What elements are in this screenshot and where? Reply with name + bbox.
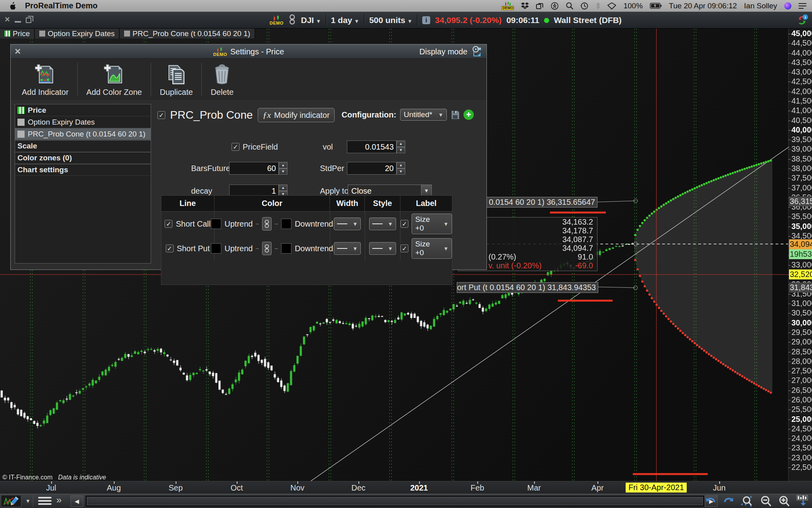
menu-icon[interactable] — [38, 497, 52, 505]
chart-toolbar: × DEMO DJI▼ 1 day▼ 500 units▼ i 34,095.2… — [0, 12, 812, 29]
add-indicator-icon — [34, 63, 57, 86]
short-put-style-dropdown[interactable]: ▼ — [369, 242, 396, 255]
y-axis-label: 37,000 — [791, 183, 812, 192]
sidebar-item-color-zones[interactable]: Color zones (0) — [15, 152, 151, 164]
x-axis-label: Oct — [230, 483, 243, 493]
app-title[interactable]: ProRealTime Demo — [25, 1, 98, 10]
y-axis-label: 35,000 — [791, 222, 812, 231]
short-put-downtrend-color[interactable] — [281, 243, 291, 254]
link-colors-icon[interactable] — [262, 217, 272, 231]
zoom-fit-icon[interactable] — [740, 495, 754, 508]
spotlight-search-icon[interactable] — [566, 2, 573, 10]
menubar-clock[interactable]: Tue 20 Apr 09:06:12 — [669, 2, 737, 10]
battery-icon[interactable] — [650, 2, 662, 10]
compress-bars-icon[interactable] — [796, 495, 810, 508]
short-put-width-dropdown[interactable]: ▼ — [334, 242, 361, 255]
vol-stepper[interactable]: ▲▼ — [396, 140, 405, 153]
drawing-tool-caret[interactable]: ▼ — [23, 495, 33, 507]
link-chart-icon[interactable] — [288, 13, 296, 27]
short-call-uptrend-color[interactable] — [211, 219, 221, 229]
y-axis-label: 25,000 — [791, 415, 812, 424]
barsfuture-stepper[interactable]: ▲▼ — [279, 162, 287, 175]
short-put-uptrend-color[interactable] — [211, 243, 221, 254]
y-axis-label: 38,000 — [791, 164, 812, 173]
duplicate-button[interactable]: Duplicate — [151, 59, 201, 100]
add-config-button[interactable]: + — [463, 110, 474, 120]
y-axis-label: 38,500 — [791, 154, 812, 164]
sidebar-item-prc-prob-cone[interactable]: PRC_Prob Cone (t 0.0154 60 20 1) — [15, 128, 151, 140]
short-call-label-checkbox[interactable]: ✓ — [400, 220, 408, 228]
timeframe-dropdown[interactable]: 1 day▼ — [331, 15, 360, 25]
y-axis-label: 30,500 — [791, 308, 812, 318]
barsfuture-input[interactable]: 60 — [229, 162, 279, 175]
minimize-window-icon[interactable] — [15, 21, 21, 23]
market-name: Wall Street (DFB) — [554, 15, 622, 25]
notification-center-icon[interactable] — [799, 2, 806, 10]
airdrop-diamond-icon[interactable] — [607, 2, 616, 10]
refresh-sync-icon[interactable]: i — [795, 13, 809, 29]
user-name[interactable]: Ian Solley — [744, 2, 777, 10]
configuration-dropdown[interactable]: Untitled*▼ — [400, 109, 447, 121]
vol-input[interactable]: 0.01543 — [347, 140, 396, 153]
add-color-zone-button[interactable]: Add Color Zone — [78, 59, 151, 100]
demo-candles-icon[interactable]: DEMO — [502, 2, 514, 10]
add-indicator-button[interactable]: Add Indicator — [13, 59, 77, 100]
display-mode-control[interactable]: Display mode — [419, 44, 483, 59]
short-put-checkbox[interactable]: ✓ — [166, 244, 174, 252]
short-put-label-checkbox[interactable]: ✓ — [400, 244, 408, 252]
bluetooth-icon[interactable] — [596, 2, 600, 10]
scroll-left-button[interactable]: ◀ — [71, 495, 83, 507]
units-dropdown[interactable]: 500 units▼ — [369, 15, 412, 25]
drawing-tool-button[interactable] — [1, 495, 21, 507]
x-axis-label: 2021 — [410, 483, 428, 493]
tab-option-expiry[interactable]: Option Expiry Dates — [35, 29, 120, 38]
accessibility-icon[interactable] — [551, 2, 559, 10]
close-window-icon[interactable]: × — [5, 15, 10, 24]
time-machine-icon[interactable] — [580, 2, 588, 10]
chart-scrollbar[interactable] — [86, 496, 704, 506]
undo-icon[interactable] — [705, 495, 717, 507]
short-call-checkbox[interactable]: ✓ — [165, 220, 172, 228]
delete-button[interactable]: Delete — [202, 59, 242, 100]
short-put-row: ✓Short Put Uptrend Downtrend ▼ ▼ ✓ Size … — [161, 236, 452, 261]
zoom-in-icon[interactable] — [778, 495, 791, 508]
short-put-level-label[interactable]: Short Put (t 0.0154 60 20 1) 31,843.9435… — [457, 282, 598, 293]
y-axis-label: 44,500 — [791, 38, 812, 48]
dropbox-icon[interactable] — [521, 2, 529, 10]
y-axis-label: 23,500 — [791, 443, 812, 452]
expand-tools-icon[interactable]: » — [56, 495, 61, 506]
pricefield-checkbox-row[interactable]: ✓PriceField — [232, 140, 278, 153]
short-call-style-dropdown[interactable]: ▼ — [369, 217, 396, 230]
siri-icon[interactable] — [784, 2, 791, 10]
sidebar-item-option-expiry[interactable]: Option Expiry Dates — [15, 116, 151, 128]
sidebar-item-price[interactable]: Price — [15, 104, 151, 116]
short-call-size-dropdown[interactable]: Size +0▼ — [412, 214, 452, 234]
tab-prc-prob-cone[interactable]: PRC_Prob Cone (t 0.0154 60 20 1) — [120, 29, 255, 38]
save-config-icon[interactable] — [451, 110, 460, 119]
info-icon[interactable]: i — [422, 16, 430, 24]
tab-price[interactable]: Price — [0, 29, 35, 38]
y-axis-label: 29,500 — [791, 328, 812, 337]
dialog-header[interactable]: × DEMO Settings - Price Display mode — [11, 44, 486, 59]
stdper-input[interactable]: 20 — [347, 162, 396, 175]
short-put-size-dropdown[interactable]: Size +0▼ — [412, 238, 452, 259]
sidebar-item-scale[interactable]: Scale — [15, 140, 151, 152]
link-colors-icon[interactable] — [262, 242, 272, 255]
symbol-dropdown[interactable]: DJI▼ — [301, 15, 321, 25]
short-call-downtrend-color[interactable] — [281, 219, 291, 229]
short-call-width-dropdown[interactable]: ▼ — [334, 217, 361, 230]
restore-window-icon[interactable] — [26, 17, 31, 23]
x-axis-label: Sep — [169, 483, 183, 493]
zoom-out-icon[interactable] — [760, 495, 772, 508]
apple-menu-icon[interactable] — [10, 2, 16, 10]
redo-icon[interactable] — [722, 495, 734, 507]
windows-copy-icon[interactable] — [536, 2, 544, 10]
modify-indicator-button[interactable]: ƒx Modify indicator — [258, 108, 335, 122]
stdper-stepper[interactable]: ▲▼ — [396, 162, 405, 175]
dialog-sidebar: Price Option Expiry Dates PRC_Prob Cone … — [15, 104, 151, 264]
sidebar-item-chart-settings[interactable]: Chart settings — [15, 164, 151, 176]
scrollbar-thumb[interactable] — [87, 497, 703, 505]
y-axis-badge: 32,520 — [789, 269, 812, 279]
y-axis-label: 29,000 — [791, 337, 812, 346]
indicator-enabled-checkbox[interactable]: ✓ — [157, 111, 165, 119]
